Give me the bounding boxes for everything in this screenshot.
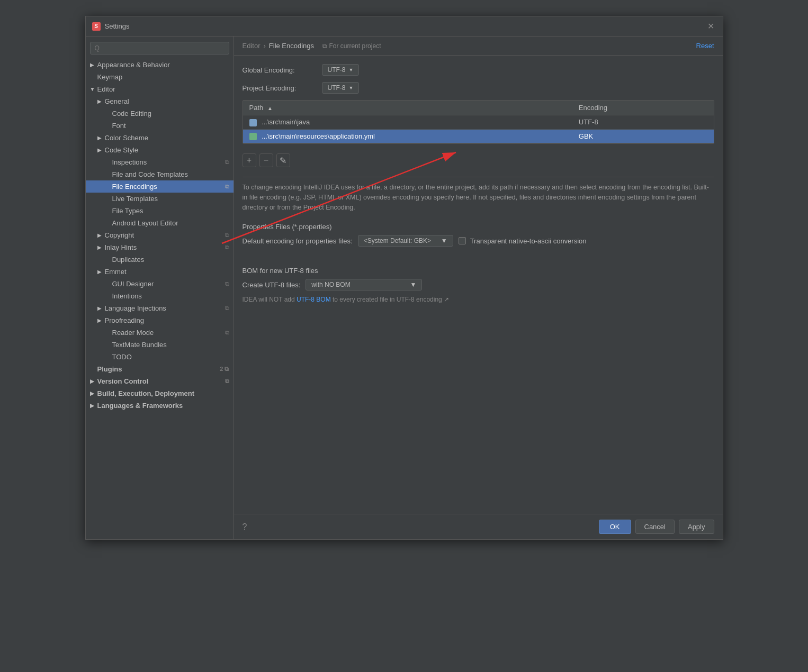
sort-arrow-icon: ▲ (267, 105, 273, 111)
search-input[interactable] (90, 42, 229, 55)
sidebar-item-languages-frameworks[interactable]: ▶ Languages & Frameworks (86, 399, 234, 412)
sidebar-item-keymap[interactable]: Keymap (86, 71, 234, 83)
copy-icon: ⧉ (225, 305, 229, 312)
arrow-icon: ▶ (97, 147, 103, 153)
bom-section: BOM for new UTF-8 files Create UTF-8 fil… (243, 262, 714, 303)
sidebar-item-version-control[interactable]: ▶ Version Control ⧉ (86, 375, 234, 387)
sidebar-item-code-editing[interactable]: Code Editing (86, 107, 234, 120)
arrow-icon (105, 257, 110, 262)
help-button[interactable]: ? (243, 522, 247, 532)
sidebar-item-label: File Types (112, 207, 143, 215)
copy-icon: ⧉ (225, 232, 229, 239)
global-encoding-dropdown[interactable]: UTF-8 ▼ (322, 64, 360, 76)
arrow-icon (105, 220, 110, 226)
bom-row: Create UTF-8 files: with NO BOM ▼ (243, 279, 714, 290)
sidebar-item-label: Intentions (112, 292, 142, 300)
sidebar-item-label: Copyright (105, 231, 134, 239)
sidebar-item-duplicates[interactable]: Duplicates (86, 253, 234, 266)
sidebar-item-label: Appearance & Behavior (97, 61, 170, 69)
sidebar-item-font[interactable]: Font (86, 120, 234, 132)
sidebar-item-color-scheme[interactable]: ▶ Color Scheme (86, 132, 234, 144)
sidebar-item-proofreading[interactable]: ▶ Proofreading (86, 314, 234, 326)
project-encoding-dropdown[interactable]: UTF-8 ▼ (322, 82, 360, 94)
cancel-button[interactable]: Cancel (635, 520, 675, 534)
arrow-icon (105, 196, 110, 202)
path-value: ...\src\main\resources\application.yml (262, 132, 375, 140)
transparent-label: Transparent native-to-ascii conversion (470, 237, 587, 245)
arrow-icon (105, 123, 110, 129)
sidebar-item-editor[interactable]: ▼ Editor (86, 83, 234, 95)
close-button[interactable]: ✕ (706, 21, 716, 32)
properties-encoding-dropdown[interactable]: <System Default: GBK> ▼ (358, 235, 453, 247)
path-column-header[interactable]: Path ▲ (243, 101, 572, 115)
bom-section-title: BOM for new UTF-8 files (243, 267, 714, 275)
table-row[interactable]: ...\src\main\resources\application.yml G… (243, 129, 714, 143)
transparent-checkbox[interactable] (459, 237, 466, 244)
global-encoding-row: Global Encoding: UTF-8 ▼ (243, 64, 714, 76)
arrow-icon (90, 366, 95, 372)
sidebar-item-label: Editor (97, 85, 115, 93)
sidebar-item-build-execution[interactable]: ▶ Build, Execution, Deployment (86, 387, 234, 399)
add-button[interactable]: + (243, 153, 256, 167)
sidebar-item-todo[interactable]: TODO (86, 351, 234, 363)
copy-icon: ⧉ (225, 183, 229, 190)
arrow-icon (105, 293, 110, 299)
sidebar-item-android-layout-editor[interactable]: Android Layout Editor (86, 217, 234, 229)
sidebar-item-reader-mode[interactable]: Reader Mode ⧉ (86, 326, 234, 339)
sidebar-item-file-and-code-templates[interactable]: File and Code Templates (86, 168, 234, 180)
bom-dropdown[interactable]: with NO BOM ▼ (306, 279, 422, 290)
app-icon: S (92, 22, 101, 31)
arrow-icon: ▶ (97, 232, 103, 238)
bom-note-prefix: IDEA will NOT add (243, 296, 297, 303)
sidebar-item-intentions[interactable]: Intentions (86, 290, 234, 302)
sidebar-item-code-style[interactable]: ▶ Code Style (86, 144, 234, 156)
project-link-label: For current project (329, 42, 381, 50)
sidebar-item-live-templates[interactable]: Live Templates (86, 193, 234, 205)
breadcrumb-separator: › (263, 42, 265, 50)
table-row[interactable]: ...\src\main\java UTF-8 (243, 115, 714, 130)
sidebar-item-language-injections[interactable]: ▶ Language Injections ⧉ (86, 302, 234, 314)
sidebar-item-file-types[interactable]: File Types (86, 205, 234, 217)
apply-button[interactable]: Apply (679, 520, 714, 534)
encoding-column-header[interactable]: Encoding (572, 101, 714, 115)
panel-content: Global Encoding: UTF-8 ▼ Project Encodin… (234, 56, 723, 514)
sidebar-item-label: Languages & Frameworks (97, 402, 183, 410)
window-title: Settings (105, 22, 130, 30)
sidebar-item-copyright[interactable]: ▶ Copyright ⧉ (86, 229, 234, 241)
arrow-icon: ▶ (90, 391, 95, 396)
sidebar-item-appearance[interactable]: ▶ Appearance & Behavior (86, 59, 234, 71)
sidebar-item-textmate-bundles[interactable]: TextMate Bundles (86, 339, 234, 351)
copy-icon: ⧉ (225, 329, 229, 336)
sidebar-item-gui-designer[interactable]: GUI Designer ⧉ (86, 278, 234, 290)
sidebar-item-general[interactable]: ▶ General (86, 95, 234, 107)
sidebar-item-inlay-hints[interactable]: ▶ Inlay Hints ⧉ (86, 241, 234, 253)
properties-section: Properties Files (*.properties) Default … (243, 219, 714, 252)
sidebar-item-label: TODO (112, 353, 132, 361)
bom-link[interactable]: UTF-8 BOM (297, 296, 331, 303)
sidebar-item-label: Inlay Hints (105, 243, 137, 251)
arrow-icon: ▼ (90, 86, 95, 92)
sidebar-item-label: Plugins (97, 365, 122, 373)
sidebar-item-label: Color Scheme (105, 134, 148, 142)
remove-button[interactable]: − (259, 153, 273, 167)
arrow-icon: ▶ (97, 305, 103, 311)
copy-icon: ⧉ (225, 159, 229, 166)
transparent-checkbox-row: Transparent native-to-ascii conversion (459, 237, 587, 245)
project-link[interactable]: ⧉ For current project (322, 42, 381, 50)
sidebar-item-label: Android Layout Editor (112, 219, 178, 227)
properties-encoding-value: <System Default: GBK> (364, 237, 431, 244)
arrow-icon: ▶ (97, 269, 103, 275)
breadcrumb: Editor › File Encodings ⧉ For current pr… (234, 37, 723, 56)
dropdown-caret-icon: ▼ (349, 85, 354, 90)
sidebar-item-emmet[interactable]: ▶ Emmet (86, 266, 234, 278)
sidebar-item-inspections[interactable]: Inspections ⧉ (86, 156, 234, 168)
ok-button[interactable]: OK (599, 520, 631, 534)
sidebar-item-file-encodings[interactable]: File Encodings ⧉ (86, 180, 234, 193)
project-encoding-value: UTF-8 (328, 84, 346, 92)
edit-button[interactable]: ✎ (276, 153, 290, 167)
arrow-icon (105, 208, 110, 214)
arrow-icon: ▶ (90, 403, 95, 408)
sidebar-item-plugins[interactable]: Plugins 2 ⧉ (86, 363, 234, 375)
dropdown-caret-icon: ▼ (441, 237, 447, 244)
reset-button[interactable]: Reset (696, 42, 714, 50)
